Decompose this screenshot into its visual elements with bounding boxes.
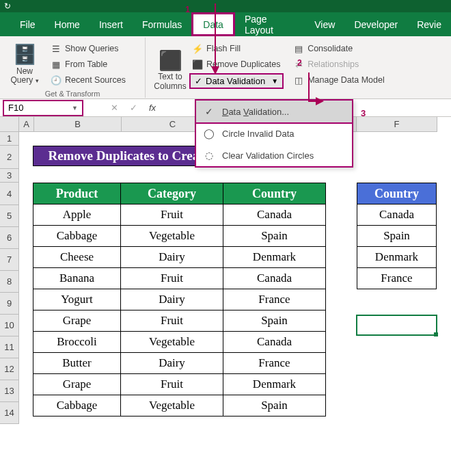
name-box[interactable]: F10 ▼ <box>3 100 83 116</box>
cell[interactable]: Fruit <box>121 268 223 289</box>
cell[interactable]: Yogurt <box>33 289 121 310</box>
dd-data-validation[interactable]: ✓Data Validation... <box>195 99 353 124</box>
header-category: Category <box>121 183 223 204</box>
query-icon: 🗄️ <box>14 44 36 66</box>
consolidate-button[interactable]: ▤Consolidate <box>290 42 387 55</box>
cell[interactable]: Denmark <box>223 247 326 268</box>
recent-sources-button[interactable]: 🕘Recent Sources <box>48 73 128 87</box>
col-header-b[interactable]: B <box>34 117 122 132</box>
flash-fill-button[interactable]: ⚡Flash Fill <box>189 42 284 55</box>
cell[interactable]: Spain <box>357 226 437 247</box>
header-country: Country <box>223 183 326 204</box>
svg-marker-2 <box>316 97 324 105</box>
select-all-corner[interactable] <box>0 117 19 132</box>
row-header[interactable]: 12 <box>0 358 19 380</box>
cell[interactable]: Fruit <box>121 374 223 395</box>
col-header-a[interactable]: A <box>19 117 34 132</box>
fx-button[interactable]: fx <box>144 101 161 116</box>
tab-insert[interactable]: Insert <box>90 12 133 36</box>
cell[interactable]: Cheese <box>33 247 121 268</box>
red-arrow-2-icon <box>305 72 325 111</box>
cell[interactable]: Dairy <box>121 289 223 310</box>
cell[interactable]: Vegetable <box>121 395 223 416</box>
fill-handle[interactable] <box>434 332 438 336</box>
row-header[interactable]: 2 <box>0 146 19 169</box>
cell[interactable]: Fruit <box>121 204 223 226</box>
tab-pagelayout[interactable]: Page Layout <box>235 12 305 36</box>
cell[interactable]: Canada <box>223 204 326 226</box>
data-model-icon: ◫ <box>293 75 304 85</box>
data-validation-label: Data Validation <box>206 76 265 86</box>
text-to-columns-button[interactable]: ⬛ Text toColumns <box>151 39 189 98</box>
cell[interactable]: Dairy <box>121 353 223 374</box>
cell[interactable]: Cabbage <box>33 226 121 247</box>
dd-clear-circles[interactable]: ◌Clear Validation Circles <box>196 144 352 166</box>
consolidate-icon: ▤ <box>293 43 304 54</box>
cell[interactable]: Apple <box>33 204 121 226</box>
cell[interactable]: Canada <box>357 204 437 226</box>
data-validation-dropdown: ✓Data Validation... ◯Circle Invalid Data… <box>195 99 353 168</box>
dd-circle-label: Circle Invalid Data <box>222 129 295 139</box>
cell[interactable]: Butter <box>33 353 121 374</box>
cell[interactable]: Canada <box>223 332 326 353</box>
cell[interactable]: Cabbage <box>33 395 121 416</box>
cell[interactable]: France <box>223 353 326 374</box>
header-country2: Country <box>357 183 437 204</box>
row-header[interactable]: 4 <box>0 183 19 205</box>
cell[interactable]: Canada <box>223 268 326 289</box>
tab-formulas[interactable]: Formulas <box>133 12 191 36</box>
tab-strip: File Home Insert Formulas Data 1 Page La… <box>0 12 451 36</box>
tab-developer[interactable]: Developer <box>344 12 407 36</box>
cell[interactable]: Vegetable <box>121 226 223 247</box>
cell[interactable]: Banana <box>33 268 121 289</box>
tab-home[interactable]: Home <box>45 12 90 36</box>
cell[interactable]: Spain <box>223 395 326 416</box>
cell[interactable]: Dairy <box>121 247 223 268</box>
tab-view[interactable]: View <box>305 12 344 36</box>
cell[interactable]: Denmark <box>223 374 326 395</box>
cell[interactable]: France <box>357 268 437 289</box>
row-header[interactable]: 7 <box>0 249 19 271</box>
relationships-label: Relationships <box>308 60 359 69</box>
from-table-button[interactable]: ▦From Table <box>48 57 128 71</box>
remove-duplicates-button[interactable]: ⬛Remove Duplicates <box>189 57 284 71</box>
ribbon: 🗄️ NewQuery ▾ ☰Show Queries ▦From Table … <box>0 36 451 99</box>
cell[interactable]: Spain <box>223 310 326 332</box>
queries-icon: ☰ <box>51 43 62 54</box>
row-header[interactable]: 13 <box>0 380 19 402</box>
cell[interactable]: Grape <box>33 310 121 332</box>
row-header[interactable]: 11 <box>0 336 19 358</box>
cell[interactable]: Denmark <box>357 247 437 268</box>
row-header[interactable]: 14 <box>0 402 19 424</box>
row-header[interactable]: 6 <box>0 227 19 249</box>
validation-icon: ✓ <box>195 76 202 86</box>
cell[interactable]: Fruit <box>121 310 223 332</box>
cell[interactable]: Broccoli <box>33 332 121 353</box>
dd-circle-invalid[interactable]: ◯Circle Invalid Data <box>196 122 352 144</box>
country-table: Country Canada Spain Denmark France <box>357 183 437 289</box>
cell[interactable]: Grape <box>33 374 121 395</box>
row-header[interactable]: 1 <box>0 132 19 146</box>
validation-icon: ✓ <box>203 105 215 118</box>
row-header[interactable]: 10 <box>0 315 19 336</box>
chevron-down-icon: ▼ <box>72 105 78 111</box>
cell[interactable]: Spain <box>223 226 326 247</box>
fx-icon: fx <box>149 103 156 113</box>
dd-clear-label: Clear Validation Circles <box>222 150 314 161</box>
row-header[interactable]: 3 <box>0 169 19 183</box>
show-queries-button[interactable]: ☰Show Queries <box>48 42 128 55</box>
row-header[interactable]: 5 <box>0 205 19 227</box>
row-header[interactable]: 8 <box>0 271 19 293</box>
tab-file[interactable]: File <box>10 12 45 36</box>
data-validation-button[interactable]: ✓ Data Validation ▼ <box>189 73 284 89</box>
col-header-f[interactable]: F <box>357 117 437 132</box>
cell[interactable]: Vegetable <box>121 332 223 353</box>
annotation-2: 2 <box>297 58 302 68</box>
columns-icon: ⬛ <box>159 49 181 71</box>
cell[interactable]: France <box>223 289 326 310</box>
tab-review[interactable]: Revie <box>407 12 451 36</box>
new-query-button[interactable]: 🗄️ NewQuery ▾ <box>5 39 44 87</box>
main-table: Product Category Country AppleFruitCanad… <box>33 183 326 416</box>
row-header[interactable]: 9 <box>0 293 19 315</box>
selected-cell[interactable] <box>356 315 437 336</box>
